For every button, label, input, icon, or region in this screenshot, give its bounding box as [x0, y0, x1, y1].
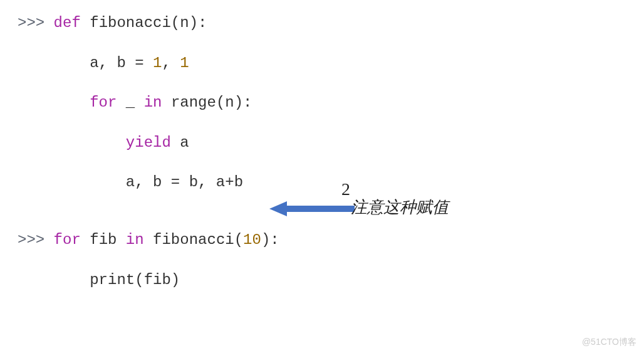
builtin-range: range [171, 94, 216, 111]
keyword-in: in [144, 94, 162, 111]
keyword-def: def [54, 14, 81, 31]
code-line: a, b = 1, 1 [18, 53, 626, 74]
code-line: yield a [18, 132, 626, 154]
watermark: @51CTO博客 [582, 337, 636, 348]
keyword-in: in [126, 231, 144, 248]
code-line: >>> def fibonacci(n): [18, 13, 626, 34]
code-block: >>> def fibonacci(n): a, b = 1, 1 for _ … [0, 0, 644, 322]
keyword-for: for [54, 231, 81, 248]
number-literal: 1 [153, 55, 162, 71]
code-line: a, b = b, a+b [18, 172, 626, 193]
prompt: >>> [18, 231, 54, 248]
function-name: fibonacci [90, 14, 171, 31]
annotation-text: 注意这种赋值 [351, 196, 449, 218]
annotation-number: 2 [341, 179, 350, 199]
number-literal: 1 [180, 55, 189, 71]
paren: (n): [171, 14, 207, 31]
keyword-for: for [90, 94, 117, 111]
code-line: >>> for fib in fibonacci(10): [18, 229, 626, 251]
builtin-print: print [90, 271, 135, 288]
arrow-annotation [269, 199, 357, 218]
prompt: >>> [18, 14, 54, 31]
svg-marker-0 [269, 201, 287, 216]
code-line: for _ in range(n): [18, 92, 626, 113]
svg-rect-1 [286, 206, 355, 212]
number-literal: 10 [243, 231, 261, 248]
code-line: print(fib) [18, 270, 626, 291]
keyword-yield: yield [126, 134, 171, 151]
arrow-left-icon [269, 199, 357, 218]
